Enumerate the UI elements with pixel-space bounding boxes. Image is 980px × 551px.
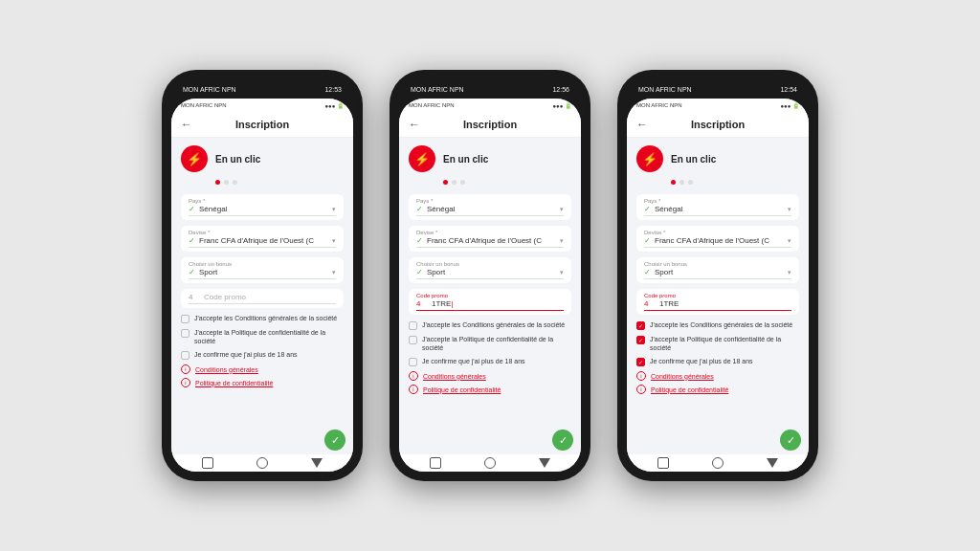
pays-chevron-3: ▾ [788,206,791,213]
checkbox-row-2-1[interactable]: J'accepte la Politique de confidentialit… [181,328,344,345]
link-row-2-2[interactable]: i Politique de confidentialité [409,385,571,394]
submit-button-3[interactable]: ✓ [780,430,801,451]
code-promo-field-2[interactable]: Code promo 4 1TRE [409,289,571,315]
screen-header-1: ← Inscription [171,112,353,138]
home-triangle-3[interactable] [767,458,778,468]
code-promo-field-1[interactable]: 4 Code promo [181,289,344,308]
checkbox-row-3-1[interactable]: Je confirme que j'ai plus de 18 ans [181,350,344,360]
screen-status-2: MON AFRIC NPN ●●● 🔋 [399,99,581,112]
checkbox-3-1[interactable] [181,351,189,360]
devise-chevron-3: ▾ [788,237,791,245]
checkbox-2-1[interactable] [181,329,189,338]
checkbox-3-2[interactable] [409,358,417,366]
screen-status-3: MON AFRIC NPN ●●● 🔋 [627,99,809,112]
checkbox-1-1[interactable] [181,315,189,323]
back-button-1[interactable]: ← [181,118,192,131]
progress-dots-1 [215,180,344,185]
carrier-text-3: MON AFRIC NPN [636,102,682,108]
devise-label-1: Devise * [189,230,336,235]
pays-chevron-2: ▾ [560,206,564,213]
pays-field-1[interactable]: Pays * ✓ Sénégal ▾ [181,194,344,220]
link-text-2-1[interactable]: Politique de confidentialité [195,380,273,386]
checkbox-row-1-3[interactable]: J'accepte les Conditions générales de la… [636,320,799,330]
back-button-2[interactable]: ← [409,118,420,131]
pays-field-2[interactable]: Pays * ✓ Sénégal ▾ [409,194,571,220]
page-title-3: Inscription [654,119,782,130]
info-icon-1-2: i [409,371,418,381]
dot-2-3 [679,180,684,185]
checkbox-row-2-2[interactable]: J'accepte la Politique de confidentialit… [409,335,571,352]
checkbox-2-2[interactable] [409,336,417,344]
info-icon-2-2: i [409,385,418,394]
home-circle-2[interactable] [484,457,496,469]
bonus-field-1[interactable]: Choisir un bonus ✓ Sport ▾ [181,257,344,283]
logo-text-2: En un clic [443,154,488,165]
checkbox-row-3-2[interactable]: Je confirme que j'ai plus de 18 ans [409,357,571,366]
home-triangle-1[interactable] [311,458,323,468]
checkbox-label-2-3: J'accepte la Politique de confidentialit… [650,335,799,352]
checkbox-row-1-2[interactable]: J'accepte les Conditions générales de la… [409,320,571,330]
bottom-bar-1: ✓ [171,426,353,454]
home-circle-3[interactable] [712,457,724,469]
link-row-1-3[interactable]: i Conditions générales [636,371,799,381]
bonus-label-3: Choisir un bonus [644,261,791,267]
screen-header-2: ← Inscription [399,112,581,138]
submit-button-1[interactable]: ✓ [324,430,345,451]
bonus-value-1: Sport [199,268,332,276]
bonus-field-2[interactable]: Choisir un bonus ✓ Sport ▾ [409,257,571,283]
devise-check-3: ✓ [644,236,651,245]
pays-check-3: ✓ [644,205,651,213]
devise-chevron-1: ▾ [332,237,336,245]
devise-field-1[interactable]: Devise * ✓ Franc CFA d'Afrique de l'Oues… [181,226,344,252]
link-row-1-1[interactable]: i Conditions générales [181,364,344,374]
logo-icon-2: ⚡ [409,145,435,172]
link-row-2-1[interactable]: i Politique de confidentialité [181,378,344,387]
logo-icon-3: ⚡ [636,145,663,172]
link-row-1-2[interactable]: i Conditions générales [409,371,571,381]
home-square-3[interactable] [657,457,669,469]
devise-field-3[interactable]: Devise * ✓ Franc CFA d'Afrique de l'Oues… [636,226,799,252]
devise-field-2[interactable]: Devise * ✓ Franc CFA d'Afrique de l'Oues… [409,226,571,252]
phone-2: MON AFRIC NPN 12:56 MON AFRIC NPN ●●● 🔋 … [390,70,590,481]
back-button-3[interactable]: ← [636,118,648,131]
home-square-1[interactable] [202,457,213,469]
home-circle-1[interactable] [256,457,268,469]
code-promo-active-label-2: Code promo [416,293,564,298]
submit-button-2[interactable]: ✓ [552,430,573,451]
link-text-1-1[interactable]: Conditions générales [195,366,258,373]
screen-2: MON AFRIC NPN ●●● 🔋 ← Inscription ⚡ En u… [399,99,581,472]
link-text-1-3[interactable]: Conditions générales [651,373,714,380]
status-bar-2: MON AFRIC NPN 12:56 [399,79,581,99]
home-triangle-2[interactable] [539,458,550,468]
bonus-field-3[interactable]: Choisir un bonus ✓ Sport ▾ [636,257,799,283]
devise-check-1: ✓ [189,236,195,245]
devise-value-3: Franc CFA d'Afrique de l'Ouest (C [655,236,788,245]
checkbox-row-2-3[interactable]: J'accepte la Politique de confidentialit… [636,335,799,352]
link-text-2-3[interactable]: Politique de confidentialité [651,386,728,393]
link-text-2-2[interactable]: Politique de confidentialité [423,386,501,393]
checkbox-1-2[interactable] [409,321,417,330]
phone-frame-1: MON AFRIC NPN 12:53 MON AFRIC NPN ●●● 🔋 … [162,70,363,481]
checkbox-3-3[interactable] [636,358,645,366]
dot-3-3 [688,180,693,185]
screen-status-1: MON AFRIC NPN ●●● 🔋 [171,99,353,112]
carrier-left-2: MON AFRIC NPN [411,86,464,93]
pays-value-3: Sénégal [655,205,788,213]
checkbox-2-3[interactable] [636,336,645,344]
link-text-1-2[interactable]: Conditions générales [423,373,486,380]
field-number-1: 4 [189,293,198,301]
checkbox-label-3-3: Je confirme que j'ai plus de 18 ans [650,357,753,365]
pays-value-1: Sénégal [199,205,332,213]
home-square-2[interactable] [430,457,441,469]
pays-field-3[interactable]: Pays * ✓ Sénégal ▾ [636,194,799,220]
code-promo-placeholder-1: Code promo [204,293,336,301]
link-row-2-3[interactable]: i Politique de confidentialité [636,385,799,394]
checkbox-label-3-1: Je confirme que j'ai plus de 18 ans [194,350,298,359]
checkbox-row-1-1[interactable]: J'accepte les Conditions générales de la… [181,314,344,323]
screen-header-3: ← Inscription [627,112,809,138]
logo-section-3: ⚡ En un clic [636,145,799,172]
code-promo-field-3[interactable]: Code promo 4 1TRE [636,289,799,315]
info-icon-2-3: i [636,385,646,394]
checkbox-1-3[interactable] [636,321,645,330]
checkbox-row-3-3[interactable]: Je confirme que j'ai plus de 18 ans [636,357,799,366]
